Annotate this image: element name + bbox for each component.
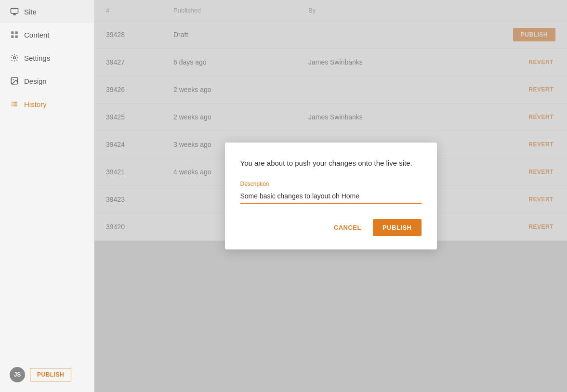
svg-point-14 [12, 105, 13, 106]
sidebar-item-history[interactable]: History [0, 92, 94, 116]
gear-icon [10, 53, 19, 63]
sidebar-item-site[interactable]: Site [0, 0, 94, 23]
svg-rect-4 [15, 31, 18, 34]
description-input[interactable] [240, 190, 422, 204]
dialog-publish-button[interactable]: PUBLISH [373, 219, 422, 236]
svg-rect-5 [11, 36, 13, 38]
publish-dialog: You are about to push your changes onto … [225, 143, 437, 249]
sidebar-item-settings[interactable]: Settings [0, 46, 94, 69]
sidebar-bottom: JS PUBLISH [10, 367, 71, 382]
sidebar-item-label: Design [24, 77, 47, 85]
svg-point-12 [12, 104, 13, 105]
svg-rect-6 [15, 36, 18, 38]
sidebar-item-design[interactable]: Design [0, 69, 94, 92]
sidebar: Site Content Settings [0, 0, 94, 392]
main-content: # Published By 39428DraftPUBLISH394276 d… [94, 0, 567, 392]
dialog-actions: CANCEL PUBLISH [240, 219, 422, 236]
svg-rect-0 [11, 8, 18, 13]
svg-point-7 [13, 57, 16, 59]
svg-rect-3 [11, 31, 13, 34]
svg-point-10 [12, 102, 13, 103]
monitor-icon [10, 7, 19, 16]
image-icon [10, 76, 19, 86]
dialog-description-label: Description [240, 181, 422, 187]
sidebar-item-content[interactable]: Content [0, 23, 94, 46]
svg-point-9 [13, 79, 13, 80]
sidebar-publish-button[interactable]: PUBLISH [30, 368, 71, 381]
sidebar-item-label: Site [24, 8, 37, 16]
sidebar-item-label: Settings [24, 54, 50, 62]
list-icon [10, 99, 19, 109]
sidebar-item-label: Content [24, 31, 50, 39]
sidebar-item-label: History [24, 100, 47, 108]
cancel-button[interactable]: CANCEL [328, 220, 367, 235]
modal-overlay: You are about to push your changes onto … [94, 0, 567, 392]
grid-icon [10, 30, 19, 39]
avatar: JS [10, 367, 25, 382]
dialog-message: You are about to push your changes onto … [240, 158, 422, 169]
